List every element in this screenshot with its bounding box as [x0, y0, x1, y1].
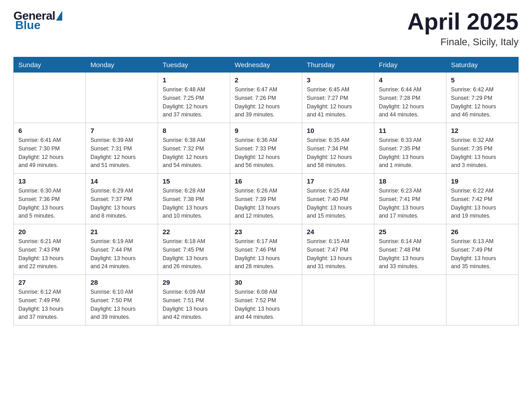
day-number: 8	[163, 127, 225, 134]
day-info: Sunrise: 6:33 AM Sunset: 7:35 PM Dayligh…	[379, 136, 442, 170]
day-info: Sunrise: 6:21 AM Sunset: 7:43 PM Dayligh…	[18, 237, 81, 271]
calendar-cell: 22Sunrise: 6:18 AM Sunset: 7:45 PM Dayli…	[158, 224, 230, 275]
day-info: Sunrise: 6:10 AM Sunset: 7:50 PM Dayligh…	[90, 288, 153, 321]
day-number: 13	[18, 177, 81, 185]
day-info: Sunrise: 6:29 AM Sunset: 7:37 PM Dayligh…	[90, 187, 153, 220]
calendar-cell: 24Sunrise: 6:15 AM Sunset: 7:47 PM Dayli…	[302, 224, 374, 275]
day-number: 23	[235, 228, 297, 235]
weekday-header-saturday: Saturday	[446, 57, 519, 73]
page-header: General Blue April 2025 Finale, Sicily, …	[13, 9, 519, 48]
weekday-header-wednesday: Wednesday	[230, 57, 302, 73]
day-number: 16	[235, 177, 297, 185]
calendar-cell: 1Sunrise: 6:48 AM Sunset: 7:25 PM Daylig…	[158, 73, 230, 123]
day-number: 21	[90, 228, 153, 235]
day-number: 3	[307, 76, 369, 84]
calendar-cell: 13Sunrise: 6:30 AM Sunset: 7:36 PM Dayli…	[14, 174, 86, 224]
day-info: Sunrise: 6:19 AM Sunset: 7:44 PM Dayligh…	[90, 237, 153, 271]
day-number: 7	[90, 127, 153, 134]
calendar-cell: 17Sunrise: 6:25 AM Sunset: 7:40 PM Dayli…	[302, 174, 374, 224]
calendar-cell: 23Sunrise: 6:17 AM Sunset: 7:46 PM Dayli…	[230, 224, 302, 275]
day-number: 22	[163, 228, 225, 235]
day-info: Sunrise: 6:42 AM Sunset: 7:29 PM Dayligh…	[451, 86, 514, 119]
day-info: Sunrise: 6:15 AM Sunset: 7:47 PM Dayligh…	[307, 237, 369, 271]
day-info: Sunrise: 6:13 AM Sunset: 7:49 PM Dayligh…	[451, 237, 514, 271]
day-info: Sunrise: 6:36 AM Sunset: 7:33 PM Dayligh…	[235, 136, 297, 170]
calendar-cell: 11Sunrise: 6:33 AM Sunset: 7:35 PM Dayli…	[374, 123, 446, 174]
day-number: 9	[235, 127, 297, 134]
calendar-week-row: 1Sunrise: 6:48 AM Sunset: 7:25 PM Daylig…	[14, 73, 519, 123]
calendar-cell: 5Sunrise: 6:42 AM Sunset: 7:29 PM Daylig…	[446, 73, 519, 123]
calendar-cell: 10Sunrise: 6:35 AM Sunset: 7:34 PM Dayli…	[302, 123, 374, 174]
weekday-header-tuesday: Tuesday	[158, 57, 230, 73]
day-info: Sunrise: 6:38 AM Sunset: 7:32 PM Dayligh…	[163, 136, 225, 170]
day-number: 18	[379, 177, 442, 185]
day-info: Sunrise: 6:44 AM Sunset: 7:28 PM Dayligh…	[379, 86, 442, 119]
day-number: 6	[18, 127, 81, 134]
calendar-cell: 15Sunrise: 6:28 AM Sunset: 7:38 PM Dayli…	[158, 174, 230, 224]
day-number: 15	[163, 177, 225, 185]
calendar-cell: 30Sunrise: 6:08 AM Sunset: 7:52 PM Dayli…	[230, 275, 302, 325]
day-info: Sunrise: 6:14 AM Sunset: 7:48 PM Dayligh…	[379, 237, 442, 271]
month-year-title: April 2025	[407, 9, 519, 34]
calendar-cell: 27Sunrise: 6:12 AM Sunset: 7:49 PM Dayli…	[14, 275, 86, 325]
day-info: Sunrise: 6:12 AM Sunset: 7:49 PM Dayligh…	[18, 288, 81, 321]
day-number: 11	[379, 127, 442, 134]
calendar-cell: 4Sunrise: 6:44 AM Sunset: 7:28 PM Daylig…	[374, 73, 446, 123]
calendar-cell: 19Sunrise: 6:22 AM Sunset: 7:42 PM Dayli…	[446, 174, 519, 224]
calendar-cell: 26Sunrise: 6:13 AM Sunset: 7:49 PM Dayli…	[446, 224, 519, 275]
calendar-cell: 29Sunrise: 6:09 AM Sunset: 7:51 PM Dayli…	[158, 275, 230, 325]
calendar-cell: 7Sunrise: 6:39 AM Sunset: 7:31 PM Daylig…	[86, 123, 158, 174]
day-info: Sunrise: 6:09 AM Sunset: 7:51 PM Dayligh…	[163, 288, 225, 321]
day-number: 29	[163, 278, 225, 286]
calendar-cell	[374, 275, 446, 325]
title-section: April 2025 Finale, Sicily, Italy	[407, 9, 519, 48]
day-info: Sunrise: 6:26 AM Sunset: 7:39 PM Dayligh…	[235, 187, 297, 220]
calendar-cell: 25Sunrise: 6:14 AM Sunset: 7:48 PM Dayli…	[374, 224, 446, 275]
calendar-cell	[14, 73, 86, 123]
day-number: 27	[18, 278, 81, 286]
calendar-table: SundayMondayTuesdayWednesdayThursdayFrid…	[13, 57, 519, 325]
day-number: 1	[163, 76, 225, 84]
calendar-cell: 18Sunrise: 6:23 AM Sunset: 7:41 PM Dayli…	[374, 174, 446, 224]
calendar-cell: 8Sunrise: 6:38 AM Sunset: 7:32 PM Daylig…	[158, 123, 230, 174]
day-number: 14	[90, 177, 153, 185]
weekday-header-thursday: Thursday	[302, 57, 374, 73]
day-info: Sunrise: 6:30 AM Sunset: 7:36 PM Dayligh…	[18, 187, 81, 220]
calendar-cell: 20Sunrise: 6:21 AM Sunset: 7:43 PM Dayli…	[14, 224, 86, 275]
day-info: Sunrise: 6:22 AM Sunset: 7:42 PM Dayligh…	[451, 187, 514, 220]
day-number: 17	[307, 177, 369, 185]
day-number: 28	[90, 278, 153, 286]
calendar-cell: 3Sunrise: 6:45 AM Sunset: 7:27 PM Daylig…	[302, 73, 374, 123]
day-info: Sunrise: 6:45 AM Sunset: 7:27 PM Dayligh…	[307, 86, 369, 119]
logo: General Blue	[13, 9, 62, 32]
weekday-header-sunday: Sunday	[14, 57, 86, 73]
day-info: Sunrise: 6:28 AM Sunset: 7:38 PM Dayligh…	[163, 187, 225, 220]
weekday-header-row: SundayMondayTuesdayWednesdayThursdayFrid…	[14, 57, 519, 73]
day-number: 30	[235, 278, 297, 286]
day-info: Sunrise: 6:18 AM Sunset: 7:45 PM Dayligh…	[163, 237, 225, 271]
day-number: 5	[451, 76, 514, 84]
day-number: 25	[379, 228, 442, 235]
day-info: Sunrise: 6:48 AM Sunset: 7:25 PM Dayligh…	[163, 86, 225, 119]
day-info: Sunrise: 6:32 AM Sunset: 7:35 PM Dayligh…	[451, 136, 514, 170]
day-info: Sunrise: 6:08 AM Sunset: 7:52 PM Dayligh…	[235, 288, 297, 321]
day-number: 10	[307, 127, 369, 134]
day-number: 2	[235, 76, 297, 84]
calendar-cell: 21Sunrise: 6:19 AM Sunset: 7:44 PM Dayli…	[86, 224, 158, 275]
day-info: Sunrise: 6:41 AM Sunset: 7:30 PM Dayligh…	[18, 136, 81, 170]
day-number: 19	[451, 177, 514, 185]
day-number: 26	[451, 228, 514, 235]
calendar-cell: 28Sunrise: 6:10 AM Sunset: 7:50 PM Dayli…	[86, 275, 158, 325]
day-info: Sunrise: 6:39 AM Sunset: 7:31 PM Dayligh…	[90, 136, 153, 170]
calendar-cell: 14Sunrise: 6:29 AM Sunset: 7:37 PM Dayli…	[86, 174, 158, 224]
weekday-header-monday: Monday	[86, 57, 158, 73]
calendar-cell	[302, 275, 374, 325]
calendar-cell	[86, 73, 158, 123]
calendar-week-row: 6Sunrise: 6:41 AM Sunset: 7:30 PM Daylig…	[14, 123, 519, 174]
day-info: Sunrise: 6:25 AM Sunset: 7:40 PM Dayligh…	[307, 187, 369, 220]
calendar-week-row: 20Sunrise: 6:21 AM Sunset: 7:43 PM Dayli…	[14, 224, 519, 275]
day-number: 20	[18, 228, 81, 235]
logo-triangle-icon	[56, 11, 62, 21]
day-number: 12	[451, 127, 514, 134]
day-info: Sunrise: 6:35 AM Sunset: 7:34 PM Dayligh…	[307, 136, 369, 170]
